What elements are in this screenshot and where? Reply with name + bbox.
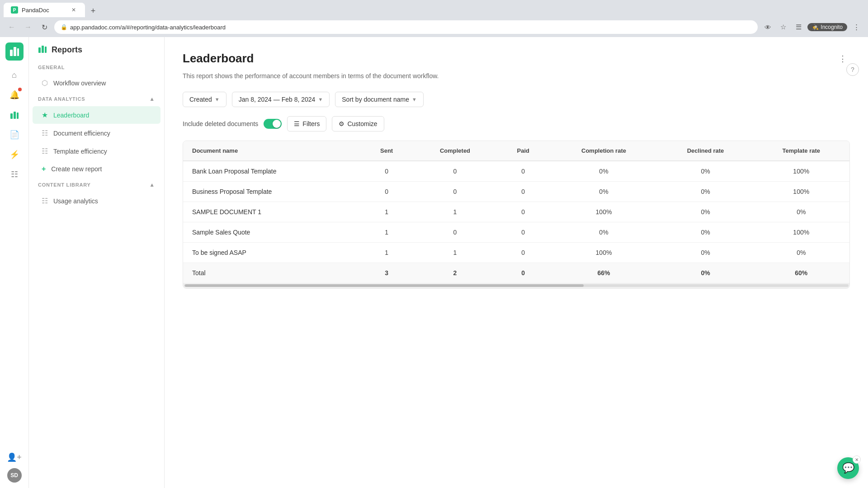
sidebar-item-template-efficiency[interactable]: ☷ Template efficiency xyxy=(33,142,160,160)
horizontal-scrollbar[interactable] xyxy=(183,283,849,288)
cell-total-template-rate: 60% xyxy=(753,263,849,283)
sidebar-header: Reports xyxy=(29,44,164,61)
cell-template-rate: 100% xyxy=(753,161,849,182)
sidebar-item-create-new-report[interactable]: + Create new report xyxy=(33,160,160,178)
sidebar-item-workflow-overview[interactable]: ⬡ Workflow overview xyxy=(33,74,160,92)
sidebar-title: Reports xyxy=(52,45,82,55)
cell-doc-name: To be signed ASAP xyxy=(183,243,360,263)
sidebar-item-document-efficiency[interactable]: ☷ Document efficiency xyxy=(33,124,160,142)
cell-declined-rate: 0% xyxy=(658,202,753,222)
tab-favicon: P xyxy=(11,6,18,14)
cell-completed: 0 xyxy=(413,222,497,243)
cell-completion-rate: 0% xyxy=(550,182,658,202)
table-row: To be signed ASAP 1 1 0 100% 0% 0% xyxy=(183,243,849,263)
address-bar-row: ← → ↻ 🔒 app.pandadoc.com/a/#/reporting/d… xyxy=(0,17,868,37)
content-library-label: CONTENT LIBRARY xyxy=(38,182,91,188)
cell-doc-name: Sample Sales Quote xyxy=(183,222,360,243)
col-template-rate: Template rate xyxy=(753,141,849,161)
date-range-chevron-icon: ▼ xyxy=(318,97,323,102)
browser-actions: 👁 ☆ ☰ 🕵 Incognito ⋮ xyxy=(761,21,863,33)
more-options-btn[interactable]: ⋮ xyxy=(835,52,850,66)
user-avatar[interactable]: SD xyxy=(7,468,22,483)
col-document-name: Document name xyxy=(183,141,360,161)
sidebar-toggle-btn[interactable]: ☰ xyxy=(792,21,805,33)
eye-slash-icon[interactable]: 👁 xyxy=(761,21,774,33)
lightning-icon[interactable]: ⚡ xyxy=(5,145,24,164)
page-title: Leaderboard xyxy=(183,52,254,66)
rail-bottom: 👤+ SD xyxy=(5,448,24,483)
data-analytics-section-header[interactable]: DATA ANALYTICS ▲ xyxy=(29,92,164,106)
scrollbar-thumb xyxy=(185,284,584,287)
add-user-icon[interactable]: 👤+ xyxy=(5,448,24,466)
app-logo xyxy=(5,42,24,61)
reload-btn[interactable]: ↻ xyxy=(38,21,51,33)
cell-paid: 0 xyxy=(497,202,550,222)
filters-btn[interactable]: ☰ Filters xyxy=(287,116,326,131)
browser-menu-btn[interactable]: ⋮ xyxy=(850,21,863,33)
sort-btn[interactable]: Sort by document name ▼ xyxy=(335,92,424,107)
lock-icon: 🔒 xyxy=(61,24,67,30)
data-analytics-label: DATA ANALYTICS xyxy=(38,96,85,102)
data-analytics-chevron[interactable]: ▲ xyxy=(149,96,155,102)
forward-btn[interactable]: → xyxy=(22,21,34,33)
chat-close-btn[interactable]: ✕ xyxy=(853,455,861,464)
reports-header-icon xyxy=(38,44,47,56)
content-library-chevron[interactable]: ▲ xyxy=(149,182,155,188)
sidebar-item-label: Leaderboard xyxy=(53,112,89,119)
leaderboard-table: Document name Sent Completed Paid Comple… xyxy=(183,141,849,283)
notification-badge xyxy=(18,88,22,91)
created-chevron-icon: ▼ xyxy=(215,97,220,102)
workflow-icon: ⬡ xyxy=(42,79,48,87)
sidebar-item-label: Document efficiency xyxy=(53,130,110,137)
url-text: app.pandadoc.com/a/#/reporting/data-anal… xyxy=(70,24,751,31)
date-range-label: Jan 8, 2024 — Feb 8, 2024 xyxy=(239,96,316,103)
content-library-section-header[interactable]: CONTENT LIBRARY ▲ xyxy=(29,178,164,192)
customize-icon: ⚙ xyxy=(339,120,344,127)
svg-rect-8 xyxy=(45,47,47,53)
cell-completion-rate: 100% xyxy=(550,243,658,263)
cell-completed: 0 xyxy=(413,182,497,202)
template-efficiency-icon: ☷ xyxy=(42,147,48,155)
toggle-knob xyxy=(273,120,281,128)
customize-btn[interactable]: ⚙ Customize xyxy=(332,116,384,131)
back-btn[interactable]: ← xyxy=(5,21,18,33)
cell-completion-rate: 0% xyxy=(550,222,658,243)
svg-rect-7 xyxy=(42,46,44,53)
grid-icon[interactable]: ☷ xyxy=(5,165,24,183)
table-total-row: Total 3 2 0 66% 0% 60% xyxy=(183,263,849,283)
cell-doc-name: SAMPLE DOCUMENT 1 xyxy=(183,202,360,222)
document-efficiency-icon: ☷ xyxy=(42,129,48,137)
help-icon[interactable]: ? xyxy=(846,63,859,76)
svg-rect-5 xyxy=(17,113,19,119)
cell-total-completion-rate: 66% xyxy=(550,263,658,283)
reports-icon[interactable] xyxy=(5,106,24,124)
cell-declined-rate: 0% xyxy=(658,182,753,202)
cell-completion-rate: 100% xyxy=(550,202,658,222)
include-deleted-toggle[interactable] xyxy=(264,119,282,129)
address-bar[interactable]: 🔒 app.pandadoc.com/a/#/reporting/data-an… xyxy=(54,20,758,34)
sidebar-item-usage-analytics[interactable]: ☷ Usage analytics xyxy=(33,192,160,210)
sidebar-item-leaderboard[interactable]: ★ Leaderboard xyxy=(33,106,160,124)
incognito-label: Incognito xyxy=(821,24,843,30)
date-range-btn[interactable]: Jan 8, 2024 — Feb 8, 2024 ▼ xyxy=(232,92,330,107)
tab-close-btn[interactable]: ✕ xyxy=(70,6,78,14)
general-section-label: GENERAL xyxy=(38,65,65,70)
cell-sent: 1 xyxy=(360,243,413,263)
star-icon[interactable]: ☆ xyxy=(777,21,789,33)
table-row: SAMPLE DOCUMENT 1 1 1 0 100% 0% 0% xyxy=(183,202,849,222)
table-row: Bank Loan Proposal Template 0 0 0 0% 0% … xyxy=(183,161,849,182)
svg-rect-2 xyxy=(17,48,19,56)
table-row: Business Proposal Template 0 0 0 0% 0% 1… xyxy=(183,182,849,202)
home-icon[interactable]: ⌂ xyxy=(5,66,24,84)
cell-declined-rate: 0% xyxy=(658,222,753,243)
documents-icon[interactable]: 📄 xyxy=(5,126,24,144)
created-filter-btn[interactable]: Created ▼ xyxy=(183,92,226,107)
col-completed: Completed xyxy=(413,141,497,161)
new-tab-btn[interactable]: + xyxy=(87,5,99,17)
notification-icon[interactable]: 🔔 xyxy=(5,86,24,104)
browser-tab[interactable]: P PandaDoc ✕ xyxy=(4,3,85,17)
cell-doc-name: Bank Loan Proposal Template xyxy=(183,161,360,182)
incognito-badge: 🕵 Incognito xyxy=(807,23,847,31)
chat-widget[interactable]: 💬 ✕ xyxy=(837,457,859,479)
sort-label: Sort by document name xyxy=(342,96,409,103)
